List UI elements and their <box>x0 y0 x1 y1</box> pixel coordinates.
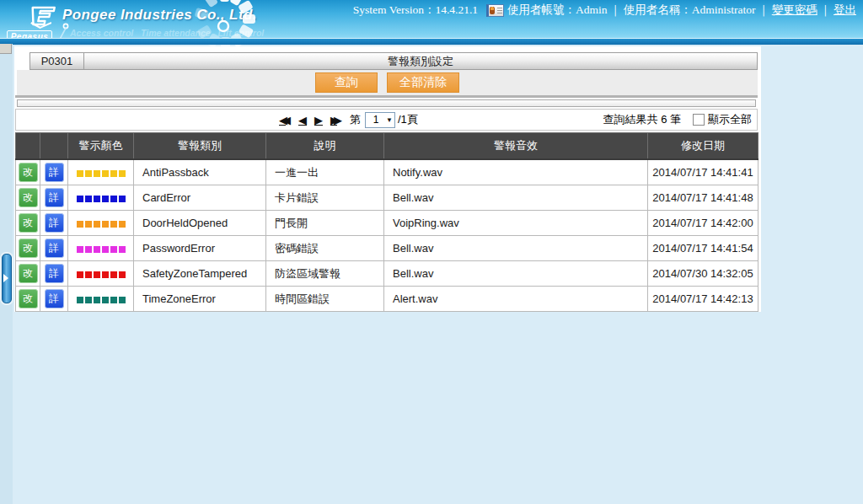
pagination-bar: ◀◀ ◀ ▶ ▶▶ 第 1 ▼ /1頁 查詢結果共 6 筆 顯示全部 <box>15 109 758 131</box>
edit-button[interactable]: 改 <box>19 239 38 258</box>
sidebar-expand-handle[interactable] <box>2 254 12 303</box>
table-row: 改 詳 CardError 卡片錯誤 Bell.wav 2014/07/17 1… <box>16 185 758 211</box>
query-button[interactable]: 查詢 <box>315 72 378 93</box>
page-suffix-label: /1頁 <box>398 112 418 127</box>
alert-color-swatch <box>77 221 126 228</box>
separator: ｜ <box>610 3 621 18</box>
edit-button[interactable]: 改 <box>19 188 38 207</box>
table-row: 改 詳 PasswordError 密碼錯誤 Bell.wav 2014/07/… <box>16 236 758 261</box>
user-card-lines-glyph <box>497 8 502 13</box>
page-select[interactable]: 1 ▼ <box>365 112 395 128</box>
column-header: 說明 <box>266 133 384 160</box>
left-splitter-rail <box>0 44 13 504</box>
edit-button[interactable]: 改 <box>19 213 38 233</box>
modified-date-cell: 2014/07/30 14:32:05 <box>648 261 758 287</box>
sound-cell: VoipRing.wav <box>384 211 648 236</box>
alert-color-swatch <box>77 297 126 303</box>
separator: ｜ <box>820 3 831 18</box>
description-cell: 卡片錯誤 <box>266 185 384 211</box>
detail-button[interactable]: 詳 <box>45 188 64 207</box>
description-cell: 一進一出 <box>266 159 384 185</box>
next-page-button[interactable]: ▶ <box>314 114 323 126</box>
alarm-type-cell: PasswordError <box>134 236 266 261</box>
modified-date-cell: 2014/07/17 14:41:54 <box>648 236 758 261</box>
alert-color-swatch <box>77 246 126 253</box>
detail-button[interactable]: 詳 <box>45 289 64 308</box>
header-bottom-stripe <box>0 38 863 45</box>
result-count: 查詢結果共 6 筆 <box>603 112 681 127</box>
dropdown-caret-icon: ▼ <box>386 116 393 124</box>
edit-button[interactable]: 改 <box>19 264 38 283</box>
column-header: 警報音效 <box>384 133 648 160</box>
account-label: 使用者帳號：Admin <box>507 3 608 18</box>
column-header <box>40 133 68 160</box>
edit-button[interactable]: 改 <box>19 163 38 182</box>
table-row: 改 詳 AntiPassback 一進一出 Notify.wav 2014/07… <box>16 159 758 185</box>
detail-button[interactable]: 詳 <box>45 239 64 258</box>
system-version: System Version：14.4.21.1 <box>353 3 478 18</box>
user-card-person-glyph <box>490 7 495 14</box>
sound-cell: Alert.wav <box>384 287 648 312</box>
last-page-button[interactable]: ▶▶ <box>330 114 342 126</box>
modified-date-cell: 2014/07/17 14:41:41 <box>648 159 758 185</box>
title-bar: P0301 警報類別設定 <box>29 52 758 70</box>
alarm-type-cell: CardError <box>134 185 266 211</box>
column-header <box>16 133 40 160</box>
splitter-corner <box>0 44 12 54</box>
pagination-controls: ◀◀ ◀ ▶ ▶▶ 第 1 ▼ /1頁 <box>279 112 418 128</box>
logout-link[interactable]: 登出 <box>834 3 856 18</box>
alarm-table: 警示顏色警報類別說明警報音效修改日期 改 詳 AntiPassback 一進一出… <box>15 132 758 312</box>
modified-date-cell: 2014/07/17 14:41:48 <box>648 185 758 211</box>
prev-page-button[interactable]: ◀ <box>298 114 307 126</box>
sound-cell: Bell.wav <box>384 261 648 287</box>
first-page-button[interactable]: ◀◀ <box>279 114 291 126</box>
page: Pegasus Pongee Industries Co., Ltd. Acce… <box>0 0 863 504</box>
alert-color-swatch <box>77 196 126 202</box>
description-cell: 密碼錯誤 <box>266 236 384 261</box>
expand-arrow-icon <box>3 274 8 282</box>
toolbar-divider <box>15 95 758 98</box>
detail-button[interactable]: 詳 <box>45 163 64 182</box>
description-cell: 時間區錯誤 <box>266 287 384 312</box>
table-row: 改 詳 DoorHeldOpened 門長開 VoipRing.wav 2014… <box>16 211 758 236</box>
column-header: 警報類別 <box>134 133 266 160</box>
page-code: P0301 <box>29 52 83 70</box>
detail-button[interactable]: 詳 <box>45 213 64 233</box>
page-prefix-label: 第 <box>350 112 361 127</box>
alarm-type-cell: SafetyZoneTampered <box>134 261 266 287</box>
sound-cell: Notify.wav <box>384 159 648 185</box>
show-all-label: 顯示全部 <box>708 112 752 127</box>
modified-date-cell: 2014/07/17 14:42:13 <box>648 287 758 312</box>
current-page-value: 1 <box>366 114 386 126</box>
result-summary-area: 查詢結果共 6 筆 顯示全部 <box>603 112 752 127</box>
table-row: 改 詳 SafetyZoneTampered 防盜區域警報 Bell.wav 2… <box>16 261 758 287</box>
user-card-icon <box>486 4 504 17</box>
sound-cell: Bell.wav <box>384 236 648 261</box>
change-password-link[interactable]: 變更密碼 <box>772 3 817 18</box>
separator: ｜ <box>758 3 769 18</box>
alert-color-swatch <box>77 271 126 278</box>
alarm-type-cell: TimeZoneError <box>134 287 266 312</box>
description-cell: 防盜區域警報 <box>266 261 384 287</box>
column-header: 警示顏色 <box>68 133 134 160</box>
detail-button[interactable]: 詳 <box>45 264 64 283</box>
edit-button[interactable]: 改 <box>19 289 38 308</box>
clear-all-button[interactable]: 全部清除 <box>387 72 459 93</box>
toolbar: 查詢 全部清除 <box>17 70 758 95</box>
show-all-checkbox[interactable] <box>693 114 705 126</box>
alarm-type-cell: AntiPassback <box>134 159 266 185</box>
sound-cell: Bell.wav <box>384 185 648 211</box>
column-header: 修改日期 <box>648 133 758 160</box>
description-cell: 門長開 <box>266 211 384 236</box>
table-row: 改 詳 TimeZoneError 時間區錯誤 Alert.wav 2014/0… <box>16 287 758 312</box>
modified-date-cell: 2014/07/17 14:42:00 <box>648 211 758 236</box>
user-name-label: 使用者名稱：Administrator <box>624 3 756 18</box>
alarm-type-cell: DoorHeldOpened <box>134 211 266 236</box>
horizontal-scroll-strip[interactable] <box>17 99 756 107</box>
header-user-bar: System Version：14.4.21.1 使用者帳號：Admin ｜ 使… <box>353 3 856 18</box>
app-header: Pegasus Pongee Industries Co., Ltd. Acce… <box>0 0 863 44</box>
table-header-row: 警示顏色警報類別說明警報音效修改日期 <box>16 133 758 160</box>
page-title: 警報類別設定 <box>83 52 758 70</box>
alert-color-swatch <box>77 170 126 177</box>
